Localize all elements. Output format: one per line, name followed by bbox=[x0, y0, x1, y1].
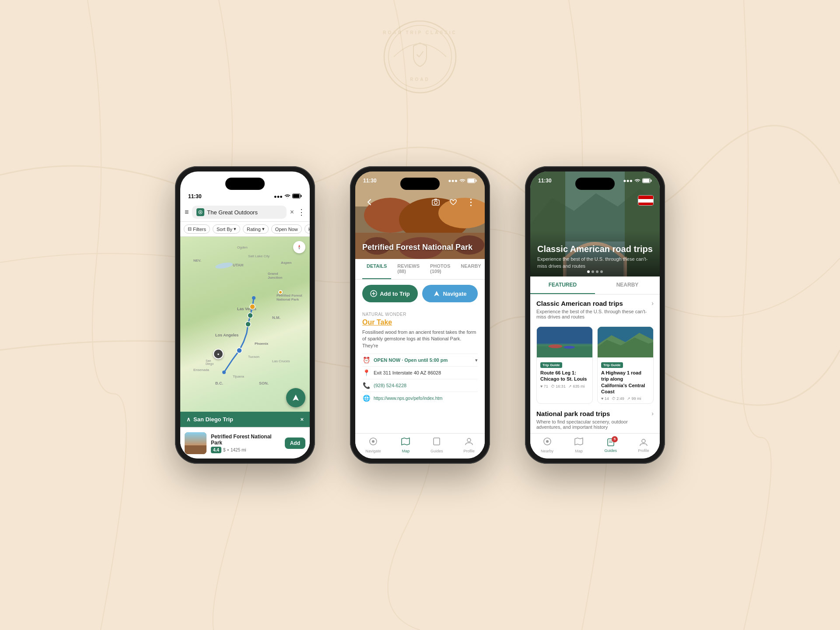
trip-close-icon[interactable]: × bbox=[300, 416, 304, 423]
back-button[interactable] bbox=[362, 195, 376, 209]
guide-card-route66[interactable]: Trip Guide Route 66 Leg 1: Chicago to St… bbox=[536, 326, 593, 404]
list-icon[interactable]: ≡ bbox=[185, 208, 189, 216]
time-2: 11:30 bbox=[363, 178, 377, 184]
dynamic-island-3 bbox=[575, 178, 615, 190]
more-button-2[interactable]: ⋮ bbox=[464, 195, 478, 209]
rating-badge: 4.4 bbox=[211, 447, 221, 453]
nav-profile-2[interactable]: Profile bbox=[463, 437, 475, 453]
place-title-overlay: Petrified Forest National Park bbox=[362, 243, 472, 252]
hero-title: Classic American road trips bbox=[537, 244, 653, 254]
place-meta: 4.4 $ • 1425 mi bbox=[211, 447, 280, 453]
globe-icon: 🌐 bbox=[362, 395, 370, 402]
nav-profile-3[interactable]: Profile bbox=[638, 438, 649, 453]
phone-2-detail: 11:30 ●●● bbox=[350, 166, 490, 464]
route66-image bbox=[537, 327, 592, 357]
trip-bar[interactable]: ∧ San Diego Trip × bbox=[180, 412, 310, 427]
tab-photos[interactable]: PHOTOS (109) bbox=[426, 259, 455, 279]
action-buttons: Add to Trip Navigate bbox=[355, 280, 485, 308]
nav-nearby-2[interactable]: Navigate bbox=[365, 437, 381, 453]
filter-icon: ⊟ bbox=[188, 226, 192, 232]
svg-point-10 bbox=[237, 348, 242, 353]
svg-rect-39 bbox=[468, 179, 475, 182]
add-to-trip-button[interactable]: Add to Trip bbox=[362, 285, 418, 302]
filter-chip-photos[interactable]: Has Ph... bbox=[304, 224, 310, 234]
phone-3-guides: 11:30 ●●● Cla bbox=[525, 166, 665, 464]
nav-map-3[interactable]: Map bbox=[574, 437, 583, 453]
filter-chip-rating[interactable]: Rating ▾ bbox=[243, 224, 269, 234]
guides-badge-count: 5 bbox=[612, 436, 618, 442]
info-phone[interactable]: 📞 (928) 524-6228 bbox=[362, 379, 478, 392]
compass[interactable] bbox=[293, 241, 305, 253]
route66-distance: ↗ 635 mi bbox=[568, 384, 585, 388]
map-view[interactable]: NEV. UTAH Las Vegas Los Angeles Phoenix … bbox=[180, 237, 310, 412]
route66-reviews: ♥ 71 bbox=[540, 384, 548, 388]
route66-title: Route 66 Leg 1: Chicago to St. Louis bbox=[540, 370, 589, 382]
nav-guides-3[interactable]: 5 Guides bbox=[605, 438, 617, 453]
detail-header-controls: ⋮ bbox=[355, 195, 485, 209]
search-bar[interactable]: ≡ The Great Outdoors × ⋮ bbox=[180, 203, 310, 222]
tab-reviews[interactable]: REVIEWS (88) bbox=[393, 259, 424, 279]
svg-point-11 bbox=[245, 322, 251, 327]
svg-rect-6 bbox=[293, 194, 300, 198]
guides-tabs: FEATURED NEARBY bbox=[530, 276, 660, 294]
us-flag-badge bbox=[638, 195, 654, 206]
chevron-right-parks[interactable]: › bbox=[651, 410, 654, 417]
add-button[interactable]: Add bbox=[285, 438, 305, 449]
filter-chip-open[interactable]: Open Now bbox=[271, 224, 302, 234]
nav-map-2[interactable]: Map bbox=[401, 437, 410, 453]
map-nav-button[interactable] bbox=[286, 388, 305, 407]
close-icon[interactable]: × bbox=[290, 208, 294, 216]
price: $ bbox=[223, 448, 226, 452]
svg-rect-58 bbox=[651, 180, 652, 182]
svg-point-75 bbox=[642, 439, 645, 443]
chevron-down-icon-hours[interactable]: ▾ bbox=[475, 357, 478, 363]
hwy1-image bbox=[598, 327, 653, 357]
svg-point-46 bbox=[372, 440, 374, 443]
map-logo bbox=[196, 208, 204, 216]
route66-card-body: Trip Guide Route 66 Leg 1: Chicago to St… bbox=[537, 357, 592, 391]
tab-featured[interactable]: FEATURED bbox=[530, 276, 595, 294]
our-take-title: Our Take bbox=[362, 318, 478, 326]
signal-3: ●●● bbox=[623, 178, 633, 184]
guide-card-hwy1[interactable]: Trip Guide A Highway 1 road trip along C… bbox=[597, 326, 654, 404]
info-address: 📍 Exit 311 Interstate 40 AZ 86028 bbox=[362, 366, 478, 379]
svg-point-41 bbox=[434, 201, 438, 204]
bottom-nav-2: Navigate Map Guides bbox=[355, 433, 485, 458]
navigate-button[interactable]: Navigate bbox=[422, 285, 478, 302]
status-icons-1: ●●● bbox=[274, 193, 302, 200]
dot-1 bbox=[587, 270, 590, 273]
national-parks-row: National park road trips Where to find s… bbox=[536, 410, 654, 434]
filter-chip-filters[interactable]: ⊟ Filters bbox=[184, 224, 210, 234]
info-website[interactable]: 🌐 https://www.nps.gov/pefo/index.htm bbox=[362, 392, 478, 404]
nav-nearby-3[interactable]: Nearby bbox=[541, 437, 553, 453]
distance: 1425 mi bbox=[231, 448, 246, 452]
svg-rect-5 bbox=[301, 195, 302, 197]
filter-bar: ⊟ Filters Sort By ▾ Rating ▾ Open Now Ha… bbox=[180, 222, 310, 237]
route66-badge: Trip Guide bbox=[540, 362, 562, 368]
hwy1-badge: Trip Guide bbox=[601, 362, 623, 368]
camera-button[interactable] bbox=[429, 195, 443, 209]
guide-cards-row: Trip Guide Route 66 Leg 1: Chicago to St… bbox=[536, 326, 654, 404]
chevron-up-icon: ∧ bbox=[186, 416, 191, 423]
svg-point-64 bbox=[564, 346, 574, 348]
more-icon[interactable]: ⋮ bbox=[298, 207, 305, 217]
time-1: 11:30 bbox=[188, 193, 202, 200]
tab-details[interactable]: DETAILS bbox=[362, 259, 391, 279]
info-open-now: ⏰ OPEN NOW · Open until 5:00 pm ▾ bbox=[362, 354, 478, 366]
dynamic-island-1 bbox=[225, 178, 265, 190]
battery-icon-1 bbox=[292, 193, 302, 200]
filter-chip-sort[interactable]: Sort By ▾ bbox=[213, 224, 240, 234]
tab-nearby-guides[interactable]: NEARBY bbox=[595, 276, 660, 294]
hwy1-reviews: ♥ 14 bbox=[601, 396, 609, 401]
our-take-description: Fossilised wood from an ancient forest t… bbox=[362, 329, 478, 349]
hwy1-distance: ↗ 99 mi bbox=[627, 396, 641, 401]
section-subtitle: Experience the best of the U.S. through … bbox=[536, 309, 651, 319]
nav-guides-2[interactable]: Guides bbox=[430, 437, 443, 453]
tab-nearby[interactable]: NEARBY bbox=[456, 259, 485, 279]
heart-button[interactable] bbox=[446, 195, 460, 209]
svg-rect-38 bbox=[476, 180, 477, 182]
phone-1-map: 11:30 ●●● ≡ The Gr bbox=[175, 166, 315, 464]
chevron-right-icon[interactable]: › bbox=[651, 300, 654, 307]
place-thumbnail bbox=[185, 432, 206, 454]
phones-container: 11:30 ●●● ≡ The Gr bbox=[175, 166, 665, 464]
